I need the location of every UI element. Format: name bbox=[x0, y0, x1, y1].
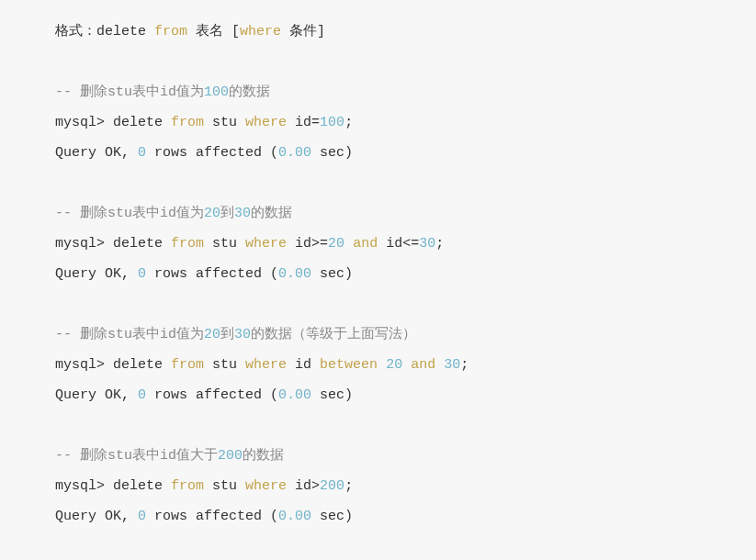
code-token: 100 bbox=[204, 84, 229, 100]
code-token bbox=[55, 54, 63, 70]
code-token: rows affected ( bbox=[146, 387, 278, 403]
sql-code-block: 格式：delete from 表名 [where 条件] -- 删除stu表中i… bbox=[0, 0, 756, 557]
code-token: Query OK, bbox=[55, 145, 138, 161]
code-token: id>= bbox=[287, 236, 328, 252]
code-token: mysql> bbox=[55, 478, 113, 494]
code-token: rows affected ( bbox=[146, 266, 278, 282]
code-token: -- 删除stu表中id值为 bbox=[55, 206, 204, 221]
code-token bbox=[344, 236, 353, 252]
code-token: delete bbox=[113, 357, 163, 373]
code-token: from bbox=[171, 236, 204, 252]
code-token: 30 bbox=[234, 206, 251, 221]
code-token: id> bbox=[287, 478, 320, 494]
code-token: ; bbox=[460, 357, 468, 373]
code-token: from bbox=[171, 478, 204, 494]
code-token: 表名 [ bbox=[187, 24, 240, 39]
code-token: 0 bbox=[138, 145, 146, 161]
code-token: between bbox=[320, 357, 378, 373]
code-token: ; bbox=[344, 115, 353, 130]
code-token: 20 bbox=[328, 236, 344, 252]
code-token: and bbox=[353, 236, 378, 252]
code-line: mysql> delete from stu where id>200; bbox=[55, 471, 701, 501]
code-token bbox=[378, 357, 386, 373]
code-token: 20 bbox=[386, 357, 402, 373]
code-token: where bbox=[245, 357, 287, 373]
code-token: ; bbox=[435, 236, 444, 252]
code-token: mysql> bbox=[55, 236, 113, 252]
code-line: Query OK, 0 rows affected (0.00 sec) bbox=[55, 380, 701, 410]
code-token: where bbox=[240, 24, 281, 39]
code-line: Query OK, 0 rows affected (0.00 sec) bbox=[55, 138, 701, 168]
code-token bbox=[435, 357, 444, 373]
code-token bbox=[55, 297, 63, 312]
code-token: 0.00 bbox=[278, 509, 311, 524]
code-line: mysql> delete from stu where id=100; bbox=[55, 107, 701, 138]
code-token: 30 bbox=[234, 327, 251, 342]
code-token: 到 bbox=[220, 327, 234, 342]
code-token bbox=[146, 24, 154, 39]
code-token: from bbox=[154, 24, 187, 39]
code-token: 格式： bbox=[55, 24, 96, 39]
code-line bbox=[55, 289, 701, 319]
code-token: -- 删除stu表中id值为 bbox=[55, 84, 204, 100]
code-token: sec) bbox=[311, 266, 353, 282]
code-token: where bbox=[245, 236, 287, 252]
code-token: 20 bbox=[204, 327, 220, 342]
code-token: stu bbox=[204, 478, 245, 494]
code-token: delete bbox=[96, 24, 146, 39]
code-token: sec) bbox=[311, 145, 353, 161]
code-line: mysql> delete from stu where id>=20 and … bbox=[55, 229, 701, 259]
code-token: 的数据 bbox=[229, 84, 270, 100]
code-token: 条件] bbox=[281, 24, 325, 39]
code-token: stu bbox=[204, 236, 245, 252]
code-token: id= bbox=[287, 115, 320, 130]
code-token: 20 bbox=[204, 206, 220, 221]
code-token: 0 bbox=[138, 509, 146, 524]
code-token: mysql> bbox=[55, 115, 113, 130]
code-token: -- 删除stu表中id值大于 bbox=[55, 448, 218, 464]
code-token: Query OK, bbox=[55, 387, 138, 403]
code-token: 0 bbox=[138, 266, 146, 282]
code-token: 200 bbox=[320, 478, 344, 494]
code-line: Query OK, 0 rows affected (0.00 sec) bbox=[55, 259, 701, 289]
code-token: 0.00 bbox=[278, 387, 311, 403]
code-token: where bbox=[245, 478, 287, 494]
code-token: stu bbox=[204, 115, 245, 130]
code-token bbox=[55, 418, 63, 433]
code-token: 0.00 bbox=[278, 266, 311, 282]
code-token: stu bbox=[204, 357, 245, 373]
code-token: 到 bbox=[220, 206, 234, 221]
code-token: delete bbox=[113, 115, 163, 130]
code-token: from bbox=[171, 115, 204, 130]
code-line: -- 删除stu表中id值为20到30的数据（等级于上面写法） bbox=[55, 319, 701, 350]
code-token: rows affected ( bbox=[146, 509, 278, 524]
code-token: id bbox=[287, 357, 320, 373]
code-line bbox=[55, 168, 701, 198]
code-token: and bbox=[411, 357, 435, 373]
code-token: 100 bbox=[320, 115, 344, 130]
code-line: -- 删除stu表中id值为100的数据 bbox=[55, 77, 701, 107]
code-line bbox=[55, 47, 701, 77]
code-token: 0 bbox=[138, 387, 146, 403]
code-token: from bbox=[171, 357, 204, 373]
code-token bbox=[163, 357, 171, 373]
code-token: Query OK, bbox=[55, 266, 138, 282]
code-token: sec) bbox=[311, 509, 353, 524]
code-token: 200 bbox=[218, 448, 243, 464]
code-token: ; bbox=[344, 478, 353, 494]
code-token: delete bbox=[113, 478, 163, 494]
code-token bbox=[402, 357, 411, 373]
code-line: 格式：delete from 表名 [where 条件] bbox=[55, 17, 701, 47]
code-line: -- 删除stu表中id值大于200的数据 bbox=[55, 441, 701, 471]
code-token: 30 bbox=[419, 236, 435, 252]
code-token: rows affected ( bbox=[146, 145, 278, 161]
code-line: mysql> delete from stu where id between … bbox=[55, 350, 701, 380]
code-token: 的数据 bbox=[243, 448, 284, 464]
code-line bbox=[55, 410, 701, 441]
code-token: -- 删除stu表中id值为 bbox=[55, 327, 204, 342]
code-token: mysql> bbox=[55, 357, 113, 373]
code-token: where bbox=[245, 115, 287, 130]
code-token bbox=[163, 115, 171, 130]
code-token bbox=[163, 236, 171, 252]
code-token: 0.00 bbox=[278, 145, 311, 161]
